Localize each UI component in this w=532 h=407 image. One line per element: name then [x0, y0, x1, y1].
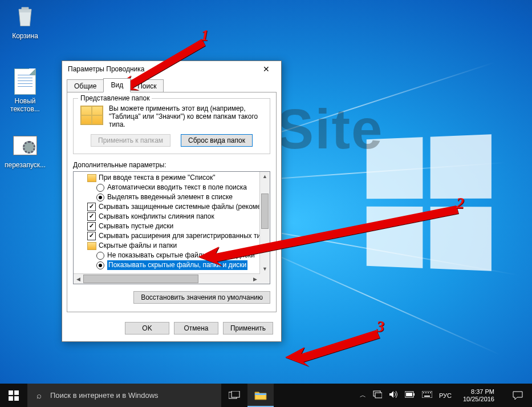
svg-point-19: [425, 392, 427, 393]
horizontal-scrollbar[interactable]: ◀ ▶: [74, 273, 260, 284]
folder-options-dialog: Параметры Проводника ✕ Общие Вид Поиск П…: [62, 61, 282, 342]
windows-icon: [9, 390, 19, 401]
restore-defaults-button[interactable]: Восстановить значения по умолчанию: [133, 291, 270, 304]
hscroll-thumb[interactable]: [83, 275, 198, 283]
svg-rect-10: [255, 393, 266, 395]
tree-typing-auto[interactable]: Автоматически вводить текст в поле поиск…: [94, 183, 259, 192]
radio-icon[interactable]: [96, 261, 104, 269]
new-text-file[interactable]: Новый текстов...: [3, 68, 47, 113]
titlebar[interactable]: Параметры Проводника ✕: [62, 61, 281, 77]
close-button[interactable]: ✕: [255, 63, 278, 75]
folder-icon: [87, 174, 96, 182]
vertical-scrollbar[interactable]: ▲ ▼: [259, 172, 270, 284]
notification-icon: [513, 391, 523, 400]
tree-hidden-no[interactable]: Не показывать скрытые файлы, папки и дис…: [94, 251, 259, 260]
radio-icon[interactable]: [96, 252, 104, 260]
language-indicator[interactable]: РУС: [439, 392, 452, 399]
tree-hide-ext[interactable]: Скрывать расширения для зарегистрированн…: [85, 231, 259, 241]
tree-hide-protected[interactable]: Скрывать защищенные системные файлы (рек…: [85, 202, 259, 212]
keyboard-icon[interactable]: [422, 391, 432, 400]
svg-rect-6: [9, 396, 13, 401]
checkbox-icon[interactable]: [87, 212, 96, 221]
folder-icon: [87, 242, 96, 250]
system-tray: ︿ РУС 8:37 PM 10/25/2016: [358, 384, 532, 407]
scroll-right-icon[interactable]: ▶: [250, 276, 260, 282]
folder-views-legend: Представление папок: [78, 94, 152, 102]
windows-logo: [367, 134, 492, 271]
tree-hidden-header: Скрытые файлы и папки: [85, 241, 259, 251]
reset-folders-button[interactable]: Сброс вида папок: [181, 134, 253, 147]
advanced-label: Дополнительные параметры:: [73, 161, 270, 169]
tab-general[interactable]: Общие: [67, 79, 104, 93]
tab-search[interactable]: Поиск: [130, 79, 164, 93]
recycle-bin-icon: [12, 3, 38, 30]
ok-button[interactable]: OK: [125, 322, 169, 335]
recycle-bin-label: Корзина: [3, 32, 47, 40]
tree-hidden-yes[interactable]: Показывать скрытые файлы, папки и диски: [94, 260, 259, 270]
cancel-button[interactable]: Отмена: [174, 322, 218, 335]
annotation-number-3: 3: [376, 319, 384, 335]
tab-body-view: Представление папок Вы можете применить …: [67, 92, 277, 312]
apply-to-folders-button: Применить к папкам: [91, 134, 170, 147]
restart-bat[interactable]: перезапуск...: [3, 132, 47, 169]
radio-icon[interactable]: [96, 184, 104, 192]
svg-point-20: [428, 392, 429, 393]
tree-hide-merge[interactable]: Скрывать конфликты слияния папок: [85, 212, 259, 221]
svg-point-21: [430, 392, 431, 393]
svg-rect-9: [232, 391, 239, 397]
power-icon[interactable]: [405, 391, 415, 400]
checkbox-icon[interactable]: [87, 203, 96, 211]
start-button[interactable]: [0, 384, 27, 407]
dialog-buttons: OK Отмена Применить: [62, 317, 281, 341]
apply-button[interactable]: Применить: [223, 322, 273, 335]
taskbar-clock[interactable]: 8:37 PM 10/25/2016: [458, 388, 499, 403]
svg-rect-4: [9, 390, 13, 395]
folder-views-group: Представление папок Вы можете применить …: [73, 98, 270, 154]
radio-icon[interactable]: [96, 194, 104, 202]
svg-rect-16: [422, 391, 432, 398]
svg-point-18: [423, 392, 424, 393]
svg-marker-3: [285, 330, 380, 366]
taskbar-explorer[interactable]: [247, 384, 274, 407]
tree-typing-select[interactable]: Выделять введенный элемент в списке: [94, 192, 259, 202]
scroll-left-icon[interactable]: ◀: [74, 276, 83, 282]
clock-date: 10/25/2016: [463, 396, 494, 403]
search-icon: ⌕: [27, 390, 50, 400]
svg-rect-15: [406, 393, 412, 396]
taskbar: ⌕ Поиск в интернете и в Windows ︿ РУС 8:…: [0, 384, 532, 407]
network-icon[interactable]: [373, 390, 382, 400]
tree-typing-header: При вводе текста в режиме "Список": [85, 173, 259, 183]
checkbox-icon[interactable]: [87, 232, 96, 240]
svg-rect-5: [14, 390, 19, 395]
annotation-number-1: 1: [201, 27, 209, 43]
bat-file-icon: [12, 132, 38, 159]
folder-icon: [80, 106, 103, 125]
svg-rect-17: [424, 396, 430, 397]
task-view-button[interactable]: [221, 384, 247, 407]
advanced-settings-tree[interactable]: При вводе текста в режиме "Список" Автом…: [73, 171, 270, 284]
restart-bat-label: перезапуск...: [3, 161, 47, 169]
checkbox-icon[interactable]: [87, 222, 96, 231]
action-center-button[interactable]: [506, 391, 530, 400]
tree-hide-empty[interactable]: Скрывать пустые диски: [85, 221, 259, 231]
volume-icon[interactable]: [389, 390, 398, 400]
text-file-icon: [12, 68, 38, 95]
folder-icon: [254, 390, 267, 400]
desktop: Komp.Site Корзина Новый текстов... перез…: [0, 0, 532, 384]
tab-view[interactable]: Вид: [103, 78, 131, 92]
new-text-file-label: Новый текстов...: [3, 97, 47, 113]
taskbar-search[interactable]: ⌕ Поиск в интернете и в Windows: [27, 384, 221, 407]
scroll-thumb[interactable]: [261, 194, 269, 229]
tray-chevron-icon[interactable]: ︿: [360, 391, 366, 400]
search-placeholder: Поиск в интернете и в Windows: [50, 391, 159, 400]
scroll-up-icon[interactable]: ▲: [260, 172, 270, 182]
clock-time: 8:37 PM: [463, 388, 494, 396]
svg-rect-12: [375, 393, 382, 398]
tree-content[interactable]: При вводе текста в режиме "Список" Автом…: [74, 172, 259, 284]
scroll-down-icon[interactable]: ▼: [260, 264, 270, 274]
svg-rect-14: [413, 393, 415, 396]
svg-rect-0: [22, 7, 29, 10]
task-view-icon: [229, 391, 240, 400]
tabstrip: Общие Вид Поиск: [62, 77, 281, 92]
recycle-bin[interactable]: Корзина: [3, 3, 47, 40]
